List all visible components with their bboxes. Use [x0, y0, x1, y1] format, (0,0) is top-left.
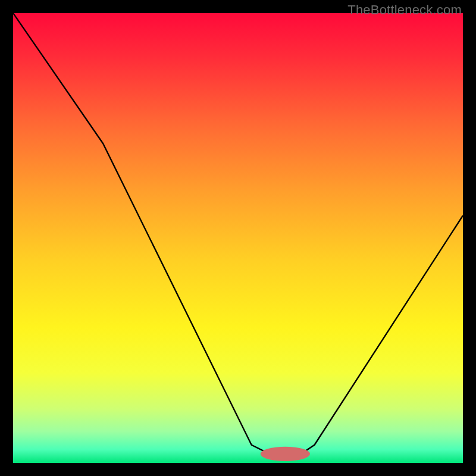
watermark-text: TheBottleneck.com [347, 2, 462, 18]
optimum-marker [261, 447, 310, 461]
chart-svg [13, 13, 463, 463]
chart-frame: TheBottleneck.com [0, 0, 476, 476]
gradient-background [13, 13, 463, 463]
plot-area [13, 13, 463, 463]
